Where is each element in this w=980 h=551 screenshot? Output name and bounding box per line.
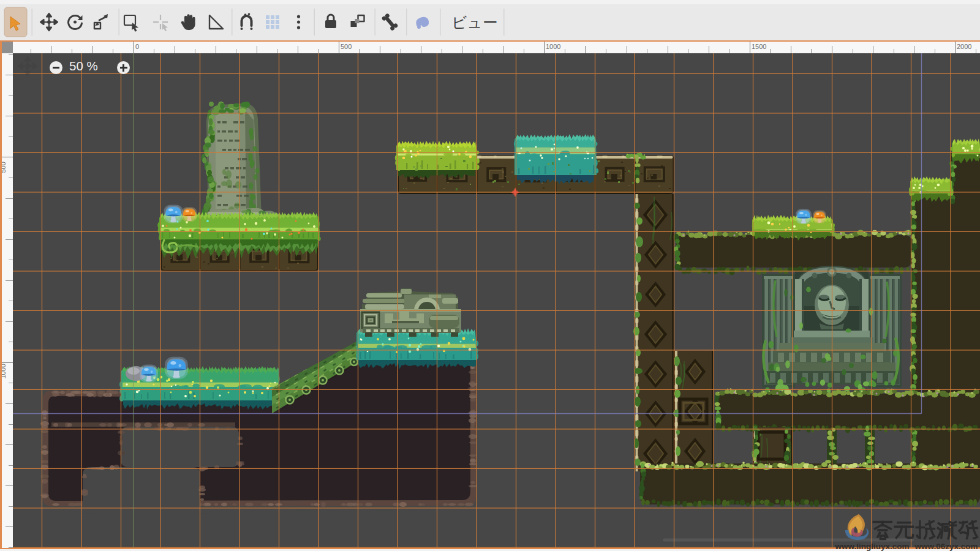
svg-text:www.06zyx.com: www.06zyx.com xyxy=(914,542,978,551)
svg-text:www.lingliuyx.com: www.lingliuyx.com xyxy=(834,542,909,551)
